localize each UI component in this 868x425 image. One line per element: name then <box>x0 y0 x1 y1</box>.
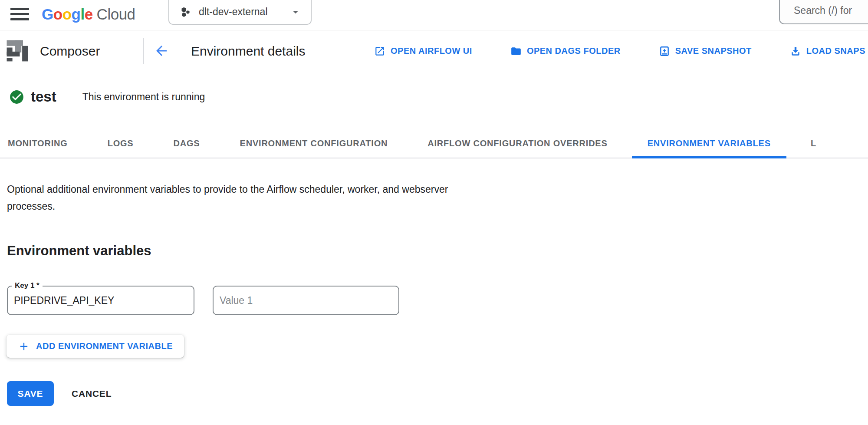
tab-environment-variables[interactable]: ENVIRONMENT VARIABLES <box>632 130 786 158</box>
action-label: OPEN DAGS FOLDER <box>527 46 621 56</box>
chevron-down-icon <box>290 7 301 18</box>
logo-cloud-text: Cloud <box>97 6 135 23</box>
add-environment-variable-button[interactable]: ADD ENVIRONMENT VARIABLE <box>7 335 184 358</box>
header-actions: OPEN AIRFLOW UI OPEN DAGS FOLDER SAVE SN… <box>374 31 865 71</box>
tab-bar: MONITORING LOGS DAGS ENVIRONMENT CONFIGU… <box>0 130 832 158</box>
page-title: Environment details <box>191 31 305 71</box>
action-label: LOAD SNAPS <box>806 46 865 56</box>
check-circle-icon <box>9 89 25 105</box>
screen: Google Cloud dlt-dev-external <box>0 0 868 425</box>
menu-icon[interactable] <box>10 7 29 21</box>
download-icon <box>790 46 801 57</box>
back-button[interactable] <box>153 42 170 59</box>
key-field-label: Key 1 * <box>12 281 43 290</box>
tab-truncated[interactable]: L <box>795 130 832 158</box>
top-bar: Google Cloud dlt-dev-external <box>0 0 868 30</box>
save-snapshot-button[interactable]: SAVE SNAPSHOT <box>659 46 752 57</box>
add-button-label: ADD ENVIRONMENT VARIABLE <box>36 341 173 351</box>
value-input[interactable] <box>214 287 398 314</box>
key-field: Key 1 * <box>7 286 194 315</box>
snapshot-add-icon <box>659 46 670 57</box>
environment-status-text: This environment is running <box>82 91 205 103</box>
project-hexagons-icon <box>180 7 191 18</box>
tab-monitoring[interactable]: MONITORING <box>0 130 83 158</box>
cancel-button[interactable]: CANCEL <box>72 381 112 406</box>
section-description: Optional additional environment variable… <box>7 181 450 215</box>
open-dags-folder-button[interactable]: OPEN DAGS FOLDER <box>510 46 621 57</box>
project-name: dlt-dev-external <box>199 6 290 18</box>
section-title: Environment variables <box>7 243 151 259</box>
open-in-new-icon <box>374 46 385 57</box>
tab-dags[interactable]: DAGS <box>158 130 216 158</box>
tab-logs[interactable]: LOGS <box>92 130 149 158</box>
key-input[interactable] <box>8 287 194 314</box>
save-button[interactable]: SAVE <box>7 381 54 406</box>
app-header: Composer Environment details OPEN AIRFLO… <box>0 31 868 71</box>
tab-airflow-configuration-overrides[interactable]: AIRFLOW CONFIGURATION OVERRIDES <box>412 130 623 158</box>
environment-status-row: test This environment is running <box>9 89 205 105</box>
logo-letter: G <box>42 6 53 23</box>
load-snapshot-button[interactable]: LOAD SNAPS <box>790 46 865 57</box>
value-field <box>213 286 399 315</box>
action-label: SAVE SNAPSHOT <box>675 46 752 56</box>
composer-logo-icon <box>3 37 30 64</box>
logo-letter: l <box>80 6 84 23</box>
action-label: OPEN AIRFLOW UI <box>391 46 472 56</box>
open-airflow-ui-button[interactable]: OPEN AIRFLOW UI <box>374 46 472 57</box>
logo-letter: o <box>53 6 62 23</box>
environment-name: test <box>31 89 56 105</box>
google-cloud-logo: Google Cloud <box>42 3 135 25</box>
folder-icon <box>510 46 522 57</box>
arrow-back-icon <box>154 43 169 59</box>
project-selector[interactable]: dlt-dev-external <box>168 0 312 25</box>
plus-icon <box>18 340 30 353</box>
tab-environment-configuration[interactable]: ENVIRONMENT CONFIGURATION <box>224 130 404 158</box>
product-name: Composer <box>40 31 100 71</box>
search-box <box>779 0 868 24</box>
search-input[interactable] <box>780 0 868 23</box>
logo-letter: o <box>62 6 72 23</box>
logo-letter: e <box>85 6 93 23</box>
header-divider <box>143 38 144 64</box>
logo-letter: g <box>72 6 81 23</box>
